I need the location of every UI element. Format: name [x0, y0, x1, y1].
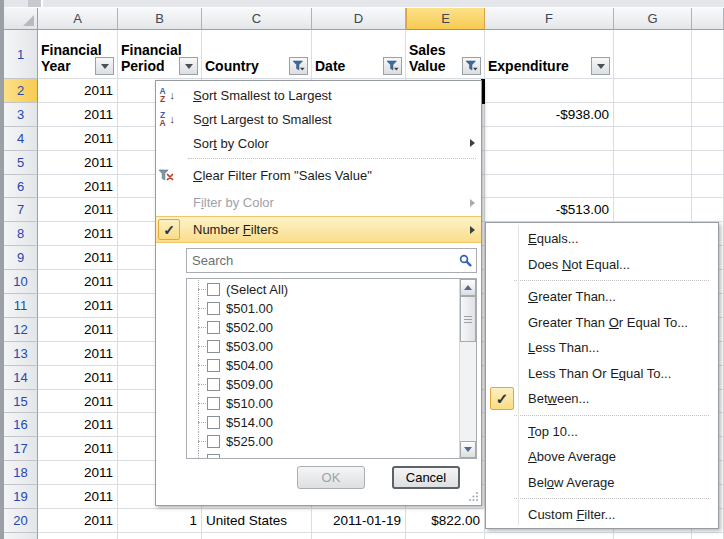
checkbox-icon[interactable]: [207, 435, 220, 448]
row-number-6[interactable]: 6: [4, 175, 38, 199]
header-cell-G[interactable]: [614, 30, 692, 79]
column-header-partial[interactable]: [692, 8, 724, 30]
cell-G2[interactable]: [614, 79, 692, 103]
row-number-11[interactable]: 11: [4, 294, 38, 318]
submenu-item-between[interactable]: ✓Between...: [486, 386, 718, 412]
submenu-item-greater-than-or-equal-to[interactable]: Greater Than Or Equal To...: [486, 310, 718, 336]
submenu-item-custom-filter[interactable]: Custom Filter...: [486, 502, 718, 528]
cell-F7[interactable]: -$513.00: [485, 198, 614, 222]
column-header-C[interactable]: C: [202, 8, 312, 30]
menu-item-clear-filter-from-sales-value[interactable]: Clear Filter From "Sales Value": [156, 162, 481, 189]
resize-grip-icon[interactable]: [468, 491, 479, 502]
checkbox-icon[interactable]: [207, 321, 220, 334]
checkbox-icon[interactable]: [207, 454, 220, 459]
filter-value-item-514-00[interactable]: $514.00: [187, 413, 459, 432]
header-filter-button-F[interactable]: [591, 57, 610, 75]
header-cell-F[interactable]: Expenditure: [485, 30, 614, 79]
row-number-2[interactable]: 2: [4, 79, 38, 103]
row-number-16[interactable]: 16: [4, 413, 38, 437]
scrollbar-thumb[interactable]: [460, 296, 476, 342]
cell-D20[interactable]: 2011-01-19: [312, 509, 406, 533]
row-number-partial[interactable]: [4, 533, 38, 539]
row-number-8[interactable]: 8: [4, 222, 38, 246]
cell-F3[interactable]: -$938.00: [485, 103, 614, 127]
column-header-A[interactable]: A: [38, 8, 118, 30]
row-number-7[interactable]: 7: [4, 198, 38, 222]
scroll-up-button[interactable]: [460, 279, 476, 296]
header-cell-B[interactable]: Financial Period: [118, 30, 202, 79]
cell-B20[interactable]: 1: [118, 509, 202, 533]
header-filter-button-A[interactable]: [95, 57, 114, 75]
cell-A8[interactable]: 2011: [38, 222, 118, 246]
ok-button[interactable]: OK: [297, 466, 365, 489]
submenu-item-less-than-or-equal-to[interactable]: Less Than Or Equal To...: [486, 361, 718, 387]
cell-F21[interactable]: [485, 533, 614, 539]
cell-H2[interactable]: [692, 79, 724, 103]
cell-A14[interactable]: 2011: [38, 366, 118, 390]
cell-G5[interactable]: [614, 151, 692, 175]
scrollbar[interactable]: [459, 279, 476, 458]
cell-E21[interactable]: [406, 533, 485, 539]
cell-G4[interactable]: [614, 127, 692, 151]
checkbox-icon[interactable]: [207, 283, 220, 296]
submenu-item-equals[interactable]: Equals...: [486, 226, 718, 252]
menu-item-sort-smallest-to-largest[interactable]: AZ↓Sort Smallest to Largest: [156, 83, 481, 107]
cell-A9[interactable]: 2011: [38, 246, 118, 270]
column-header-G[interactable]: G: [614, 8, 692, 30]
cell-A2[interactable]: 2011: [38, 79, 118, 103]
cell-A13[interactable]: 2011: [38, 342, 118, 366]
menu-item-sort-by-color[interactable]: Sort by Color: [156, 131, 481, 155]
row-number-19[interactable]: 19: [4, 485, 38, 509]
cell-G7[interactable]: [614, 198, 692, 222]
cell-H3[interactable]: [692, 103, 724, 127]
cell-A15[interactable]: 2011: [38, 390, 118, 414]
header-filter-button-C[interactable]: [289, 57, 308, 75]
cancel-button[interactable]: Cancel: [392, 466, 460, 489]
cell-G21[interactable]: [614, 533, 692, 539]
search-input[interactable]: [186, 248, 477, 273]
cell-A19[interactable]: 2011: [38, 485, 118, 509]
row-number-13[interactable]: 13: [4, 342, 38, 366]
submenu-item-does-not-equal[interactable]: Does Not Equal...: [486, 252, 718, 278]
cell-F2[interactable]: [485, 79, 614, 103]
cell-A5[interactable]: 2011: [38, 151, 118, 175]
cell-G3[interactable]: [614, 103, 692, 127]
header-cell-D[interactable]: Date: [312, 30, 406, 79]
cell-C20[interactable]: United States: [202, 509, 312, 533]
submenu-item-top-10[interactable]: Top 10...: [486, 419, 718, 445]
cell-A20[interactable]: 2011: [38, 509, 118, 533]
cell-F6[interactable]: [485, 175, 614, 199]
filter-value-item-501-00[interactable]: $501.00: [187, 299, 459, 318]
select-all-corner[interactable]: [4, 8, 38, 30]
row-number-4[interactable]: 4: [4, 127, 38, 151]
cell-E20[interactable]: $822.00: [406, 509, 485, 533]
cell-A18[interactable]: 2011: [38, 461, 118, 485]
filter-value-item-503-00[interactable]: $503.00: [187, 337, 459, 356]
checkbox-icon[interactable]: [207, 340, 220, 353]
cell-H5[interactable]: [692, 151, 724, 175]
cell-H6[interactable]: [692, 175, 724, 199]
row-number-10[interactable]: 10: [4, 270, 38, 294]
row-number-5[interactable]: 5: [4, 151, 38, 175]
cell-A4[interactable]: 2011: [38, 127, 118, 151]
row-number-9[interactable]: 9: [4, 246, 38, 270]
checkbox-icon[interactable]: [207, 397, 220, 410]
cell-G6[interactable]: [614, 175, 692, 199]
submenu-item-less-than[interactable]: Less Than...: [486, 335, 718, 361]
submenu-item-greater-than[interactable]: Greater Than...: [486, 284, 718, 310]
row-number-1[interactable]: 1: [4, 30, 38, 79]
submenu-item-above-average[interactable]: Above Average: [486, 444, 718, 470]
menu-item-filter-by-color[interactable]: Filter by Color: [156, 189, 481, 216]
cell-B21[interactable]: [118, 533, 202, 539]
row-number-12[interactable]: 12: [4, 318, 38, 342]
checkbox-icon[interactable]: [207, 302, 220, 315]
cell-A16[interactable]: 2011: [38, 413, 118, 437]
cell-H7[interactable]: [692, 198, 724, 222]
checkbox-icon[interactable]: [207, 359, 220, 372]
menu-item-number-filters[interactable]: ✓Number Filters: [156, 216, 481, 243]
filter-value-item-partial[interactable]: [187, 451, 459, 459]
cell-C21[interactable]: [202, 533, 312, 539]
header-filter-button-D[interactable]: [383, 57, 402, 75]
cell-A21[interactable]: [38, 533, 118, 539]
cell-F4[interactable]: [485, 127, 614, 151]
